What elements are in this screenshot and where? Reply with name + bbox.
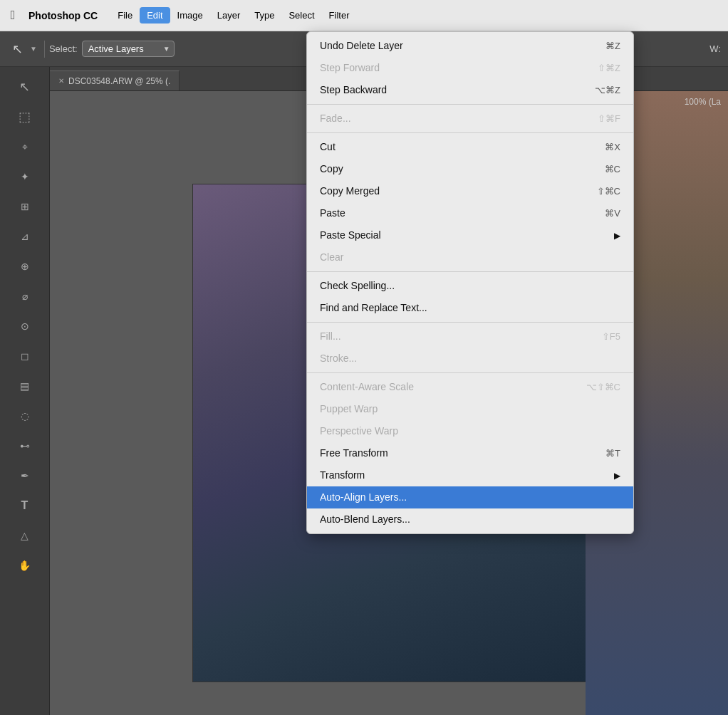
app-name: Photoshop CC — [28, 10, 98, 21]
document-tab[interactable]: ✕ DSC03548.ARW @ 25% (. — [50, 71, 180, 90]
eyedropper-tool[interactable]: ⊿ — [12, 224, 38, 249]
content-aware-scale-shortcut: ⌥⇧⌘C — [586, 380, 620, 395]
menu-free-transform[interactable]: Free Transform ⌘T — [307, 442, 633, 464]
undo-delete-layer-label: Undo Delete Layer — [320, 38, 591, 53]
apple-logo-icon:  — [11, 8, 16, 23]
brush-tool[interactable]: ⌀ — [12, 283, 38, 309]
free-transform-label: Free Transform — [320, 446, 591, 461]
menu-check-spelling[interactable]: Check Spelling... — [307, 275, 633, 297]
width-label: W: — [709, 43, 721, 54]
menu-select[interactable]: Select — [281, 7, 321, 24]
dodge-tool[interactable]: ⊷ — [12, 433, 38, 459]
toolbar-divider — [44, 41, 45, 58]
menu-file[interactable]: File — [110, 7, 140, 24]
separator-5 — [307, 372, 633, 373]
menubar:  Photoshop CC File Edit Image Layer Typ… — [0, 0, 728, 31]
tool-panel: ↖ ⬚ ⌖ ✦ ⊞ ⊿ ⊕ ⌀ ⊙ ◻ ▤ ◌ ⊷ ✒ T △ ✋ — [0, 67, 50, 715]
menu-auto-align-layers[interactable]: Auto-Align Layers... — [307, 486, 633, 508]
fill-shortcut: ⇧F5 — [602, 330, 620, 344]
select-dropdown-wrap: Active Layers All Layers No Layers ▼ — [82, 41, 175, 57]
copy-merged-label: Copy Merged — [320, 184, 583, 199]
step-forward-shortcut: ⇧⌘Z — [598, 61, 620, 75]
check-spelling-label: Check Spelling... — [320, 278, 620, 293]
menu-stroke[interactable]: Stroke... — [307, 348, 633, 370]
move-tool-panel[interactable]: ↖ — [12, 74, 38, 100]
menu-step-forward[interactable]: Step Forward ⇧⌘Z — [307, 57, 633, 79]
transform-label: Transform — [320, 468, 608, 483]
step-backward-label: Step Backward — [320, 83, 581, 98]
step-backward-shortcut: ⌥⌘Z — [595, 83, 620, 98]
menu-layer[interactable]: Layer — [210, 7, 248, 24]
copy-label: Copy — [320, 162, 591, 177]
paste-label: Paste — [320, 206, 591, 221]
move-tool-icon[interactable]: ↖ — [7, 39, 27, 59]
menu-filter[interactable]: Filter — [322, 7, 357, 24]
lasso-tool[interactable]: ⌖ — [12, 134, 38, 160]
menu-auto-blend-layers[interactable]: Auto-Blend Layers... — [307, 508, 633, 531]
separator-3 — [307, 271, 633, 272]
auto-blend-layers-label: Auto-Blend Layers... — [320, 512, 620, 527]
crop-tool[interactable]: ⊞ — [12, 194, 38, 219]
copy-shortcut: ⌘C — [605, 162, 620, 177]
gradient-tool[interactable]: ▤ — [12, 373, 38, 399]
menu-find-replace[interactable]: Find and Replace Text... — [307, 297, 633, 319]
fill-label: Fill... — [320, 329, 588, 344]
cut-shortcut: ⌘X — [605, 140, 620, 155]
paste-special-label: Paste Special — [320, 228, 608, 243]
fade-shortcut: ⇧⌘F — [598, 112, 620, 126]
find-replace-label: Find and Replace Text... — [320, 301, 620, 315]
menu-transform[interactable]: Transform ▶ — [307, 464, 633, 486]
menu-cut[interactable]: Cut ⌘X — [307, 136, 633, 158]
puppet-warp-label: Puppet Warp — [320, 402, 620, 417]
step-forward-label: Step Forward — [320, 61, 583, 75]
stroke-label: Stroke... — [320, 351, 620, 366]
tab-title: DSC03548.ARW @ 25% (. — [68, 76, 170, 86]
menu-fade[interactable]: Fade... ⇧⌘F — [307, 108, 633, 130]
edit-dropdown-menu: Undo Delete Layer ⌘Z Step Forward ⇧⌘Z St… — [306, 31, 634, 534]
menu-undo-delete-layer[interactable]: Undo Delete Layer ⌘Z — [307, 35, 633, 57]
blur-tool[interactable]: ◌ — [12, 403, 38, 429]
shape-tool[interactable]: △ — [12, 523, 38, 548]
menu-copy[interactable]: Copy ⌘C — [307, 158, 633, 180]
clear-label: Clear — [320, 250, 620, 265]
menu-content-aware-scale[interactable]: Content-Aware Scale ⌥⇧⌘C — [307, 376, 633, 398]
menu-fill[interactable]: Fill... ⇧F5 — [307, 325, 633, 348]
undo-delete-layer-shortcut: ⌘Z — [605, 39, 620, 53]
transform-arrow-icon: ▶ — [614, 469, 620, 482]
menu-paste-special[interactable]: Paste Special ▶ — [307, 224, 633, 246]
perspective-warp-label: Perspective Warp — [320, 424, 620, 439]
copy-merged-shortcut: ⇧⌘C — [597, 184, 620, 199]
menu-clear[interactable]: Clear — [307, 246, 633, 268]
menu-type[interactable]: Type — [247, 7, 281, 24]
menu-puppet-warp[interactable]: Puppet Warp — [307, 398, 633, 420]
menu-paste[interactable]: Paste ⌘V — [307, 202, 633, 224]
select-label: Select: — [49, 43, 78, 54]
select-dropdown[interactable]: Active Layers All Layers No Layers — [82, 41, 175, 57]
apple-menu[interactable]:  — [6, 9, 20, 23]
paste-special-arrow-icon: ▶ — [614, 229, 620, 242]
eraser-tool[interactable]: ◻ — [12, 343, 38, 369]
healing-brush-tool[interactable]: ⊕ — [12, 254, 38, 279]
menu-copy-merged[interactable]: Copy Merged ⇧⌘C — [307, 180, 633, 202]
tab-close-icon[interactable]: ✕ — [58, 77, 64, 85]
pen-tool[interactable]: ✒ — [12, 463, 38, 489]
separator-4 — [307, 322, 633, 323]
magic-wand-tool[interactable]: ✦ — [12, 164, 38, 189]
paste-shortcut: ⌘V — [605, 207, 620, 221]
type-tool[interactable]: T — [12, 493, 38, 518]
rectangular-marquee-tool[interactable]: ⬚ — [12, 104, 38, 130]
zoom-indicator: 100% (La — [685, 97, 721, 107]
content-aware-scale-label: Content-Aware Scale — [320, 380, 572, 395]
menu-step-backward[interactable]: Step Backward ⌥⌘Z — [307, 79, 633, 101]
menu-image[interactable]: Image — [170, 7, 210, 24]
menu-edit[interactable]: Edit — [140, 7, 170, 24]
separator-2 — [307, 132, 633, 133]
hand-tool[interactable]: ✋ — [12, 553, 38, 578]
free-transform-shortcut: ⌘T — [605, 447, 620, 461]
cut-label: Cut — [320, 140, 591, 155]
stamp-tool[interactable]: ⊙ — [12, 313, 38, 339]
fade-label: Fade... — [320, 111, 583, 126]
menu-perspective-warp[interactable]: Perspective Warp — [307, 420, 633, 442]
auto-align-layers-label: Auto-Align Layers... — [320, 490, 620, 505]
tool-option-arrow: ▼ — [30, 45, 37, 53]
